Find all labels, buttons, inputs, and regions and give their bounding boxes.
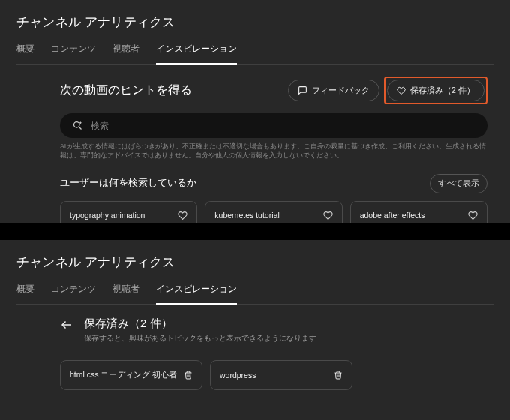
feedback-button[interactable]: フィードバック bbox=[288, 80, 380, 101]
trash-icon[interactable] bbox=[184, 370, 193, 380]
section-user-searches-header: ユーザーは何を検索しているか すべて表示 bbox=[60, 174, 488, 194]
page-title: チャンネル アナリティクス bbox=[16, 14, 494, 31]
saved-chip-row: html css コーディング 初心者 wordpress bbox=[60, 360, 488, 390]
saved-button-highlight: 保存済み（2 件） bbox=[384, 76, 488, 104]
heart-icon[interactable] bbox=[323, 211, 333, 220]
feedback-icon bbox=[298, 86, 308, 95]
tab-audience[interactable]: 視聴者 bbox=[112, 283, 140, 304]
saved-subtitle: 保存すると、興味があるトピックをもっと表示できるようになります bbox=[84, 333, 316, 344]
heart-icon[interactable] bbox=[468, 211, 478, 220]
feedback-label: フィードバック bbox=[312, 85, 370, 96]
tab-inspiration[interactable]: インスピレーション bbox=[156, 43, 237, 64]
page-title: チャンネル アナリティクス bbox=[16, 254, 494, 271]
svg-point-0 bbox=[74, 122, 80, 128]
search-bar[interactable] bbox=[60, 113, 488, 138]
saved-heading-row: 保存済み（2 件） 保存すると、興味があるトピックをもっと表示できるようになりま… bbox=[60, 316, 488, 357]
show-all-button-1[interactable]: すべて表示 bbox=[430, 174, 488, 194]
tab-content[interactable]: コンテンツ bbox=[51, 43, 96, 64]
trash-icon[interactable] bbox=[334, 370, 343, 380]
back-button[interactable] bbox=[60, 316, 74, 332]
saved-button[interactable]: 保存済み（2 件） bbox=[387, 80, 484, 101]
analytics-panel-bottom: チャンネル アナリティクス 概要 コンテンツ 視聴者 インスピレーション 保存済… bbox=[0, 240, 510, 420]
svg-line-1 bbox=[79, 127, 81, 129]
heart-icon[interactable] bbox=[178, 211, 188, 220]
tabs-bar: 概要 コンテンツ 視聴者 インスピレーション bbox=[16, 283, 494, 304]
chip-label: adobe after effects bbox=[360, 211, 468, 220]
tab-inspiration[interactable]: インスピレーション bbox=[156, 283, 237, 304]
chip-label: html css コーディング 初心者 bbox=[70, 370, 184, 380]
saved-label: 保存済み（2 件） bbox=[410, 85, 475, 96]
saved-chip[interactable]: wordpress bbox=[210, 360, 352, 390]
chip-label: typography animation bbox=[70, 211, 178, 220]
tab-overview[interactable]: 概要 bbox=[16, 43, 34, 64]
search-input[interactable] bbox=[91, 121, 476, 131]
panel-gap bbox=[0, 224, 510, 240]
search-chip[interactable]: adobe after effects bbox=[350, 201, 488, 224]
search-chip-row: typography animation kubernetes tutorial… bbox=[60, 201, 488, 224]
ai-disclaimer: AI が生成する情報にはばらつきがあり、不正確または不適切な場合もあります。ご自… bbox=[60, 142, 488, 160]
heart-icon bbox=[397, 86, 406, 95]
section-title-searches: ユーザーは何を検索しているか bbox=[60, 177, 430, 190]
tab-audience[interactable]: 視聴者 bbox=[112, 43, 140, 64]
analytics-panel-top: チャンネル アナリティクス 概要 コンテンツ 視聴者 インスピレーション 次の動… bbox=[0, 0, 510, 224]
saved-content: 保存済み（2 件） 保存すると、興味があるトピックをもっと表示できるようになりま… bbox=[16, 316, 494, 390]
chip-label: wordpress bbox=[220, 370, 334, 380]
section-heading: 次の動画のヒントを得る bbox=[60, 82, 288, 98]
chip-label: kubernetes tutorial bbox=[214, 211, 322, 220]
saved-heading-block: 保存済み（2 件） 保存すると、興味があるトピックをもっと表示できるようになりま… bbox=[84, 316, 316, 357]
tab-overview[interactable]: 概要 bbox=[16, 283, 34, 304]
saved-chip[interactable]: html css コーディング 初心者 bbox=[60, 360, 202, 390]
sparkle-search-icon bbox=[72, 120, 83, 131]
saved-title: 保存済み（2 件） bbox=[84, 316, 316, 331]
search-chip[interactable]: typography animation bbox=[60, 201, 197, 224]
tabs-bar: 概要 コンテンツ 視聴者 インスピレーション bbox=[16, 43, 494, 64]
search-chip[interactable]: kubernetes tutorial bbox=[205, 201, 342, 224]
inspiration-content: 次の動画のヒントを得る フィードバック 保存済み（2 件） bbox=[16, 76, 494, 224]
tab-content[interactable]: コンテンツ bbox=[51, 283, 96, 304]
heading-row: 次の動画のヒントを得る フィードバック 保存済み（2 件） bbox=[60, 76, 488, 104]
